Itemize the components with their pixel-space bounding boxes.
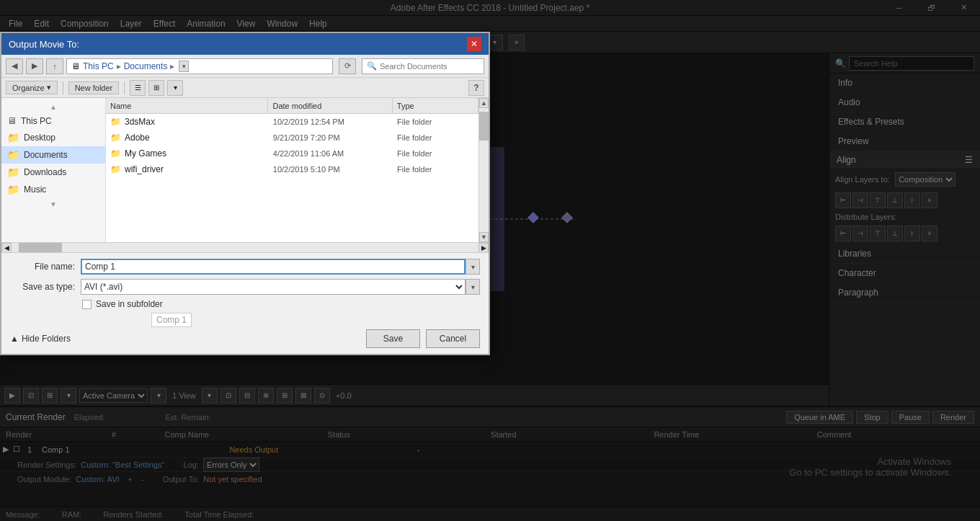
file-list-header: Name Date modified Type: [106, 98, 478, 114]
nav-up-btn[interactable]: ↑: [46, 58, 63, 74]
dialog-action-btns: Save Cancel: [366, 329, 480, 348]
col-header-date[interactable]: Date modified: [268, 98, 392, 113]
file-list: 📁 3dsMax 10/2/2019 12:54 PM File folder …: [106, 114, 478, 242]
dialog-action-row: ▲ Hide Folders Save Cancel: [10, 329, 480, 348]
scroll-track[interactable]: [479, 108, 489, 232]
nav-back-btn[interactable]: ◀: [6, 58, 23, 74]
saveastype-row: Save as type: AVI (*.avi) ▾: [10, 279, 480, 295]
breadcrumb-documents[interactable]: Documents: [124, 61, 168, 71]
subfolder-name-area: Comp 1: [81, 315, 480, 325]
saveastype-input-wrapper: AVI (*.avi) ▾: [81, 279, 480, 295]
breadcrumb-dropdown[interactable]: ▾: [179, 61, 189, 72]
view-dropdown-btn[interactable]: ▾: [167, 80, 183, 96]
subfolder-row: Save in subfolder: [10, 299, 480, 309]
scroll-down-arrow[interactable]: ▼: [479, 232, 489, 242]
hscroll-left[interactable]: ◀: [1, 243, 12, 253]
dialog-nav: ◀ ▶ ↑ 🖥 This PC ▸ Documents ▸ ▾ ⟳ 🔍: [1, 55, 489, 78]
col-header-name[interactable]: Name: [106, 98, 268, 113]
hscroll-track[interactable]: [12, 243, 478, 252]
dialog-title-bar: Output Movie To: ✕: [1, 33, 489, 55]
hscroll-right[interactable]: ▶: [478, 243, 489, 253]
file-list-scrollbar[interactable]: ▲ ▼: [478, 98, 489, 242]
folder-icon-music: 📁: [7, 184, 19, 195]
file-row-mygames[interactable]: 📁 My Games 4/22/2019 11:06 AM File folde…: [106, 146, 478, 161]
computer-icon: 🖥: [7, 115, 17, 126]
filename-label: File name:: [10, 262, 75, 272]
computer-icon: 🖥: [71, 61, 80, 71]
saveastype-label: Save as type:: [10, 282, 75, 292]
dialog-overlay: Output Movie To: ✕ ◀ ▶ ↑ 🖥 This PC ▸ Doc…: [0, 0, 980, 521]
hide-folders-btn[interactable]: ▲ Hide Folders: [10, 334, 71, 344]
folder-icon-desktop: 📁: [7, 132, 19, 143]
saveastype-dropdown[interactable]: ▾: [466, 279, 480, 295]
file-dialog: Output Movie To: ✕ ◀ ▶ ↑ 🖥 This PC ▸ Doc…: [0, 32, 490, 355]
dialog-close-btn[interactable]: ✕: [467, 37, 481, 51]
left-nav-scroll-up[interactable]: ▲: [1, 101, 105, 112]
folder-icon-3dsmax: 📁: [110, 117, 121, 127]
dtoolbar-sep-1: [63, 81, 63, 94]
subfolder-checkbox[interactable]: [82, 300, 92, 309]
filename-dropdown[interactable]: ▾: [466, 259, 480, 275]
search-input[interactable]: [380, 62, 479, 71]
hide-folders-arrow: ▲: [10, 334, 19, 344]
left-nav-thispc[interactable]: 🖥 This PC: [1, 112, 105, 129]
filename-input[interactable]: [81, 259, 466, 275]
view-grid-btn[interactable]: ⊞: [148, 80, 164, 96]
dialog-body: ▲ 🖥 This PC 📁 Desktop 📁 Documents 📁 Down…: [1, 98, 489, 242]
left-nav-music[interactable]: 📁 Music: [1, 181, 105, 198]
file-row-3dsmax[interactable]: 📁 3dsMax 10/2/2019 12:54 PM File folder: [106, 114, 478, 130]
subfolder-label: Save in subfolder: [96, 299, 163, 309]
nav-forward-btn[interactable]: ▶: [26, 58, 43, 74]
left-nav-scroll-down[interactable]: ▼: [1, 198, 105, 210]
folder-icon-mygames: 📁: [110, 148, 121, 159]
breadcrumb-bar: 🖥 This PC ▸ Documents ▸ ▾: [66, 58, 333, 74]
dialog-help-btn[interactable]: ?: [468, 80, 484, 96]
scroll-up-arrow[interactable]: ▲: [479, 98, 489, 108]
filename-row: File name: ▾: [10, 259, 480, 275]
save-btn[interactable]: Save: [366, 329, 420, 348]
search-box: 🔍: [362, 58, 484, 74]
file-list-area: Name Date modified Type 📁 3dsMax 10/: [106, 98, 478, 242]
subfolder-name: Comp 1: [151, 313, 192, 327]
dialog-toolbar: Organize ▾ New folder ☰ ⊞ ▾ ?: [1, 78, 489, 98]
view-list-btn[interactable]: ☰: [130, 80, 146, 96]
left-nav-downloads[interactable]: 📁 Downloads: [1, 164, 105, 181]
col-header-type[interactable]: Type: [393, 98, 478, 113]
folder-icon-wifi: 📁: [110, 164, 121, 174]
search-documents-icon: 🔍: [367, 61, 377, 71]
folder-icon-downloads: 📁: [7, 166, 19, 178]
scroll-thumb[interactable]: [479, 112, 489, 141]
horizontal-scrollbar[interactable]: ◀ ▶: [1, 242, 489, 252]
new-folder-btn[interactable]: New folder: [68, 81, 120, 94]
left-nav: ▲ 🖥 This PC 📁 Desktop 📁 Documents 📁 Down…: [1, 98, 106, 242]
hscroll-thumb[interactable]: [19, 243, 62, 252]
folder-icon-adobe: 📁: [110, 133, 121, 143]
dialog-bottom: File name: ▾ Save as type: AVI (*.avi) ▾…: [1, 252, 489, 354]
file-row-wifi[interactable]: 📁 wifi_driver 10/2/2019 5:10 PM File fol…: [106, 161, 478, 177]
left-nav-documents[interactable]: 📁 Documents: [1, 146, 105, 164]
left-nav-desktop[interactable]: 📁 Desktop: [1, 129, 105, 146]
nav-refresh-btn[interactable]: ⟳: [339, 58, 356, 74]
refresh-icon[interactable]: ⟳: [339, 58, 356, 74]
dtoolbar-sep-2: [124, 81, 125, 94]
breadcrumb-thispc[interactable]: This PC: [83, 61, 114, 71]
file-row-adobe[interactable]: 📁 Adobe 9/21/2019 7:20 PM File folder: [106, 130, 478, 146]
folder-icon-documents: 📁: [7, 149, 19, 161]
cancel-btn[interactable]: Cancel: [426, 329, 480, 348]
dialog-title: Output Movie To:: [9, 39, 79, 50]
filename-input-wrapper: ▾: [81, 259, 480, 275]
organize-btn[interactable]: Organize ▾: [6, 81, 58, 94]
saveastype-select[interactable]: AVI (*.avi): [81, 279, 466, 295]
